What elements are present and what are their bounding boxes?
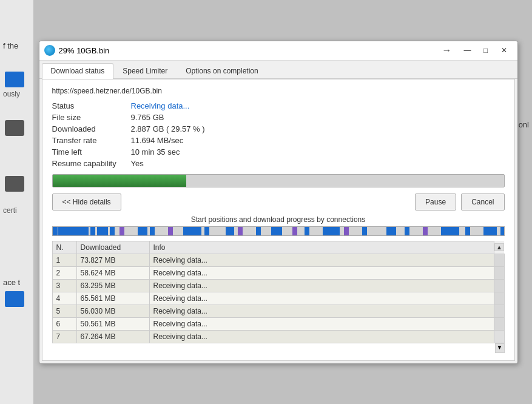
info-table: Status Receiving data... File size 9.765… bbox=[52, 101, 505, 168]
cell-downloaded: 50.561 MB bbox=[76, 317, 149, 330]
scrollbar-track-cell bbox=[494, 292, 505, 305]
table-row: 363.295 MBReceiving data... bbox=[52, 279, 504, 292]
scrollbar-track-cell bbox=[494, 305, 505, 317]
time-left-value: 10 min 35 sec bbox=[131, 147, 180, 157]
cell-info: Receiving data... bbox=[149, 292, 494, 305]
cell-n: 2 bbox=[52, 266, 76, 279]
downloaded-row: Downloaded 2.887 GB ( 29.57 % ) bbox=[52, 124, 505, 133]
bg-button-2[interactable] bbox=[5, 120, 24, 136]
connections-bar bbox=[52, 226, 505, 236]
cell-info: Receiving data... bbox=[149, 266, 494, 279]
table-row: 465.561 MBReceiving data... bbox=[52, 292, 504, 305]
cell-n: 7 bbox=[52, 330, 76, 343]
connection-segment bbox=[204, 227, 209, 235]
scroll-footer: ▼ bbox=[52, 343, 505, 353]
window-title: 29% 10GB.bin bbox=[59, 46, 442, 55]
progress-fill bbox=[53, 175, 186, 187]
col-downloaded: Downloaded bbox=[76, 241, 149, 254]
col-info: Info bbox=[149, 241, 494, 254]
table-row: 258.624 MBReceiving data... bbox=[52, 266, 504, 279]
connection-segment bbox=[120, 227, 124, 235]
cell-downloaded: 67.264 MB bbox=[76, 330, 149, 343]
table-scroll-area: N. Downloaded Info ▲ 173.827 MBReceiving… bbox=[52, 241, 505, 343]
status-label: Status bbox=[52, 101, 131, 110]
bg-text-the: f the bbox=[3, 41, 18, 50]
bg-text-onl: onl bbox=[519, 120, 529, 129]
connection-segment bbox=[168, 227, 173, 235]
content-area: https://speed.hetzner.de/10GB.bin Status… bbox=[42, 79, 515, 361]
connection-segment bbox=[292, 227, 297, 235]
connection-segment bbox=[500, 227, 505, 235]
file-size-row: File size 9.765 GB bbox=[52, 113, 505, 122]
connection-segment bbox=[305, 227, 309, 235]
cell-downloaded: 63.295 MB bbox=[76, 279, 149, 292]
tab-download-status[interactable]: Download status bbox=[42, 63, 114, 79]
connection-segment bbox=[138, 227, 147, 235]
scroll-header: ▲ bbox=[494, 241, 505, 254]
connection-segment bbox=[344, 227, 349, 235]
time-left-row: Time left 10 min 35 sec bbox=[52, 147, 505, 157]
connection-segment bbox=[97, 227, 108, 235]
connection-segment bbox=[405, 227, 409, 235]
transfer-rate-value: 11.694 MB/sec bbox=[131, 136, 184, 145]
scroll-up-button[interactable]: ▲ bbox=[494, 243, 504, 251]
cell-info: Receiving data... bbox=[149, 330, 494, 343]
hide-details-button[interactable]: << Hide details bbox=[52, 194, 121, 210]
connection-segment bbox=[386, 227, 396, 235]
col-n: N. bbox=[52, 241, 76, 254]
connection-segment bbox=[271, 227, 282, 235]
connection-segment bbox=[183, 227, 201, 235]
bg-button-1[interactable] bbox=[5, 72, 24, 87]
connection-segment bbox=[53, 227, 58, 235]
table-row: 767.264 MBReceiving data... bbox=[52, 330, 504, 343]
cell-n: 3 bbox=[52, 279, 76, 292]
connection-segment bbox=[323, 227, 340, 235]
minimize-button[interactable]: — bbox=[459, 44, 476, 57]
resume-label: Resume capability bbox=[52, 159, 131, 168]
cell-info: Receiving data... bbox=[149, 305, 494, 317]
bg-button-3[interactable] bbox=[5, 176, 24, 192]
cell-downloaded: 73.827 MB bbox=[76, 254, 149, 266]
downloaded-label: Downloaded bbox=[52, 124, 131, 133]
scrollbar-track-cell bbox=[494, 254, 505, 266]
tab-options-on-completion[interactable]: Options on completion bbox=[177, 63, 267, 78]
cell-n: 1 bbox=[52, 254, 76, 266]
maximize-button[interactable]: □ bbox=[477, 44, 494, 57]
connections-label: Start positions and download progress by… bbox=[52, 215, 505, 224]
table-row: 556.030 MBReceiving data... bbox=[52, 305, 504, 317]
resume-row: Resume capability Yes bbox=[52, 159, 505, 168]
bg-text-ace: ace t bbox=[3, 278, 20, 287]
cell-n: 6 bbox=[52, 317, 76, 330]
bg-button-4[interactable] bbox=[5, 291, 24, 307]
connection-segment bbox=[90, 227, 95, 235]
cell-downloaded: 56.030 MB bbox=[76, 305, 149, 317]
file-size-label: File size bbox=[52, 113, 131, 122]
connection-segment bbox=[150, 227, 155, 235]
progress-bar bbox=[52, 174, 505, 187]
connection-segment bbox=[256, 227, 261, 235]
cell-info: Receiving data... bbox=[149, 317, 494, 330]
scrollbar-track-cell bbox=[494, 266, 505, 279]
tab-bar: Download status Speed Limiter Options on… bbox=[39, 61, 517, 79]
cancel-button[interactable]: Cancel bbox=[461, 194, 504, 210]
connection-segment bbox=[441, 227, 459, 235]
tab-speed-limiter[interactable]: Speed Limiter bbox=[113, 63, 177, 78]
transfer-rate-label: Transfer rate bbox=[52, 136, 131, 145]
pause-button[interactable]: Pause bbox=[415, 194, 456, 210]
close-button[interactable]: ✕ bbox=[496, 44, 513, 57]
cell-downloaded: 58.624 MB bbox=[76, 266, 149, 279]
buttons-row: << Hide details Pause Cancel bbox=[52, 194, 505, 210]
table-row: 173.827 MBReceiving data... bbox=[52, 254, 504, 266]
transfer-rate-row: Transfer rate 11.694 MB/sec bbox=[52, 136, 505, 145]
scroll-down-button[interactable]: ▼ bbox=[495, 343, 505, 353]
connection-segment bbox=[58, 227, 89, 235]
status-value: Receiving data... bbox=[131, 101, 190, 110]
download-url: https://speed.hetzner.de/10GB.bin bbox=[52, 87, 505, 95]
scrollbar-track-cell bbox=[494, 330, 505, 343]
window-controls: — □ ✕ bbox=[459, 44, 513, 57]
bg-text-certi: certi bbox=[3, 206, 17, 215]
connection-segment bbox=[423, 227, 428, 235]
main-window: 29% 10GB.bin → — □ ✕ Download status Spe… bbox=[39, 41, 518, 364]
cell-info: Receiving data... bbox=[149, 279, 494, 292]
resume-value: Yes bbox=[131, 159, 144, 168]
